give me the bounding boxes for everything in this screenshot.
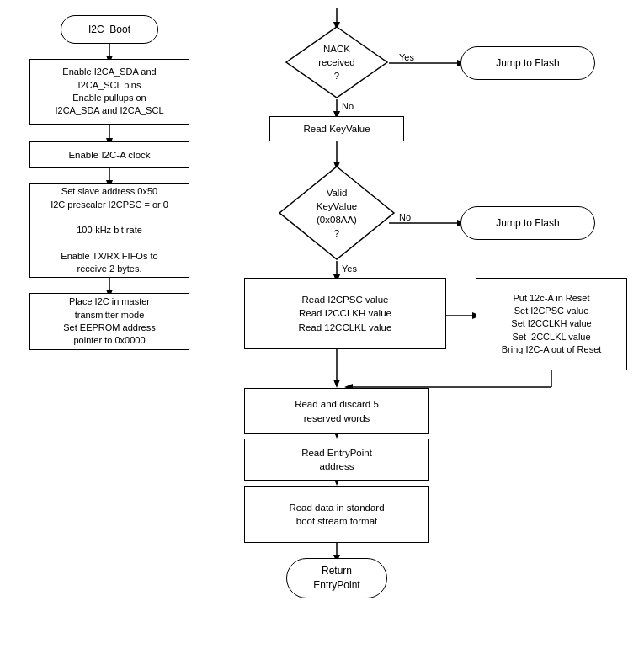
jump-to-flash-1: Jump to Flash xyxy=(460,46,595,80)
valid-keyvalue-diamond: Valid KeyValue (0x08AA) ? xyxy=(278,165,396,261)
put-reset-box: Put 12c-A in Reset Set I2CPSC value Set … xyxy=(476,278,627,370)
flowchart-diagram: I2C_Boot Enable I2CA_SDA and I2CA_SCL pi… xyxy=(0,0,644,654)
read-i2cpsc-box: Read I2CPSC value Read I2CCLKH value Rea… xyxy=(244,278,446,349)
read-data-boot-box: Read data in standard boot stream format xyxy=(244,486,429,543)
nack-diamond: NACK received ? xyxy=(285,25,389,99)
svg-marker-23 xyxy=(333,380,340,388)
no-label-keyvalue: No xyxy=(397,212,412,222)
read-discard-box: Read and discard 5 reserved words xyxy=(244,388,429,434)
no-label-nack: No xyxy=(340,101,355,111)
enable-clock-box: Enable I2C-A clock xyxy=(29,141,189,168)
set-slave-address-box: Set slave address 0x50 I2C prescaler I2C… xyxy=(29,183,189,278)
yes-label-keyvalue: Yes xyxy=(340,263,359,274)
return-entrypoint-node: Return EntryPoint xyxy=(286,558,387,598)
read-entrypoint-box: Read EntryPoint address xyxy=(244,439,429,481)
read-keyvalue-box: Read KeyValue xyxy=(269,116,404,141)
jump-to-flash-2: Jump to Flash xyxy=(460,206,595,240)
yes-label-nack: Yes xyxy=(397,52,416,62)
place-i2c-master-box: Place I2C in master transmitter mode Set… xyxy=(29,293,189,350)
enable-pins-box: Enable I2CA_SDA and I2CA_SCL pins Enable… xyxy=(29,59,189,125)
i2c-boot-node: I2C_Boot xyxy=(61,15,158,44)
